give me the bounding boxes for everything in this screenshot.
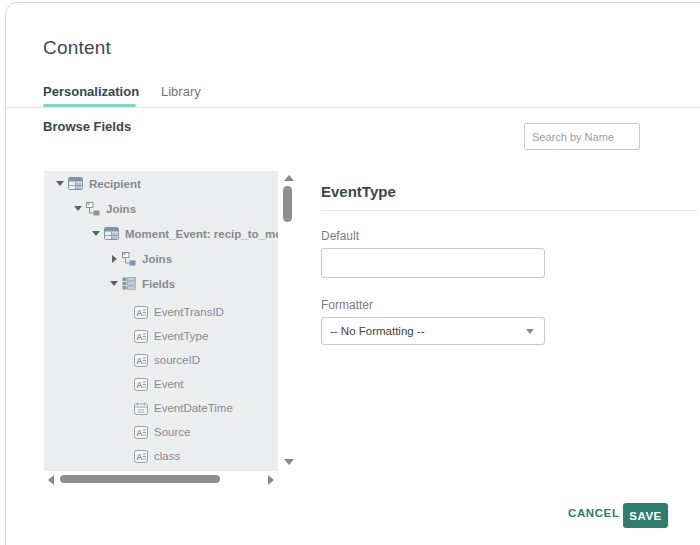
horizontal-scrollbar-thumb[interactable] <box>60 475 220 483</box>
scroll-down-arrow-icon[interactable] <box>284 459 294 465</box>
caret-down-icon[interactable] <box>56 181 64 186</box>
joins-icon <box>86 202 100 216</box>
active-tab-underline <box>43 104 136 107</box>
tree-item-label: class <box>154 450 180 462</box>
dialog-title: Content <box>43 37 111 59</box>
tree-item-recipient[interactable]: Recipient <box>44 171 278 196</box>
formatter-select[interactable]: -- No Formatting -- <box>321 317 545 345</box>
field-tree: RecipientJoinsMoment_Event: recip_to_mom… <box>44 171 278 471</box>
fields-icon <box>122 277 136 290</box>
tree-item-moment-event-recip-to-moment-e[interactable]: Moment_Event: recip_to_moment_e <box>44 221 278 246</box>
table-icon <box>68 177 83 190</box>
tree-item-sourceid[interactable]: AsourceID <box>44 348 278 372</box>
tab-personalization[interactable]: Personalization <box>43 84 139 99</box>
text-field-icon: A <box>134 354 148 367</box>
save-button[interactable]: SAVE <box>623 503 668 528</box>
tree-horizontal-scrollbar <box>44 474 278 486</box>
tab-library[interactable]: Library <box>161 84 201 99</box>
tree-item-label: EventType <box>154 330 208 342</box>
svg-text:33: 33 <box>137 408 144 414</box>
tree-item-label: Source <box>154 426 190 438</box>
search-input[interactable] <box>524 123 640 150</box>
text-field-icon: A <box>134 378 148 391</box>
tree-item-label: Moment_Event: recip_to_moment_e <box>125 228 278 240</box>
tree-item-label: Joins <box>142 253 172 265</box>
date-field-icon: 33 <box>134 402 148 415</box>
svg-text:A: A <box>136 307 142 317</box>
vertical-scrollbar-thumb[interactable] <box>283 186 292 222</box>
scroll-left-arrow-icon[interactable] <box>48 475 54 485</box>
svg-text:A: A <box>136 379 142 389</box>
tree-item-fields[interactable]: Fields <box>44 271 278 296</box>
tree-item-eventtype[interactable]: AEventType <box>44 324 278 348</box>
tree-item-label: EventDateTime <box>154 402 233 414</box>
joins-icon <box>122 252 136 266</box>
formatter-selected-value: -- No Formatting -- <box>330 325 526 337</box>
selected-field-title: EventType <box>321 183 396 200</box>
text-field-icon: A <box>134 306 148 319</box>
svg-text:A: A <box>136 451 142 461</box>
tree-item-joins[interactable]: Joins <box>44 196 278 221</box>
tree-item[interactable]: A <box>44 468 278 471</box>
caret-down-icon[interactable] <box>110 281 118 286</box>
svg-text:A: A <box>136 331 142 341</box>
caret-right-icon[interactable] <box>112 255 117 263</box>
text-field-icon: A <box>134 426 148 439</box>
tree-item-label: Recipient <box>89 178 141 190</box>
tree-item-eventtransid[interactable]: AEventTransID <box>44 300 278 324</box>
caret-down-icon[interactable] <box>74 206 82 211</box>
scroll-up-arrow-icon[interactable] <box>284 175 294 181</box>
tree-item-joins[interactable]: Joins <box>44 246 278 271</box>
text-field-icon: A <box>134 330 148 343</box>
tree-item-label: Fields <box>142 278 175 290</box>
tree-item-label: EventTransID <box>154 306 224 318</box>
formatter-label: Formatter <box>321 298 373 312</box>
svg-text:A: A <box>136 427 142 437</box>
table-icon <box>104 227 119 240</box>
caret-down-icon[interactable] <box>92 231 100 236</box>
content-dialog: Content Personalization Library Browse F… <box>5 2 700 545</box>
default-value-input[interactable] <box>321 248 545 278</box>
tree-item-source[interactable]: ASource <box>44 420 278 444</box>
tree-item-label: Event <box>154 378 183 390</box>
scroll-right-arrow-icon[interactable] <box>268 475 274 485</box>
cancel-button[interactable]: CANCEL <box>562 506 626 520</box>
text-field-icon: A <box>134 450 148 463</box>
browse-fields-heading: Browse Fields <box>43 119 131 134</box>
tree-item-class[interactable]: Aclass <box>44 444 278 468</box>
tree-item-eventdatetime[interactable]: 33EventDateTime <box>44 396 278 420</box>
tree-item-label: Joins <box>106 203 136 215</box>
detail-divider <box>321 210 697 211</box>
default-label: Default <box>321 229 359 243</box>
chevron-down-icon <box>526 329 534 334</box>
tree-vertical-scrollbar <box>282 171 294 471</box>
tree-item-event[interactable]: AEvent <box>44 372 278 396</box>
tree-item-label: sourceID <box>154 354 200 366</box>
tab-bar: Personalization Library <box>6 81 700 108</box>
svg-text:A: A <box>136 355 142 365</box>
